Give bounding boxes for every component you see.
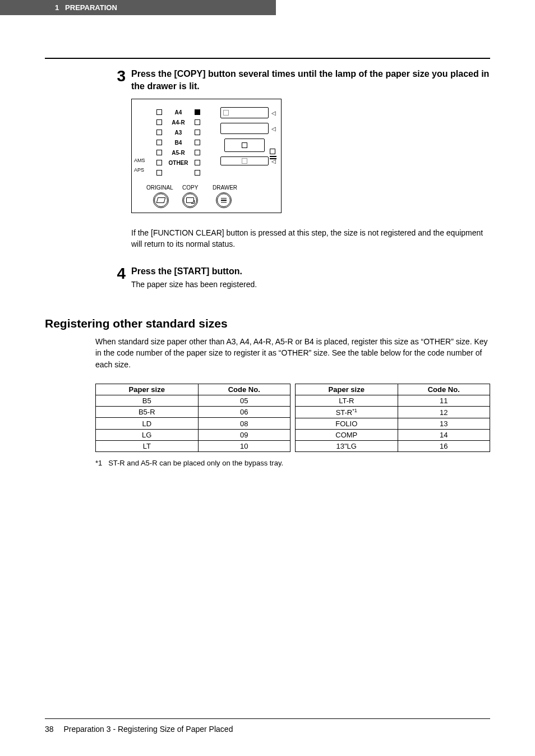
cell-code: 06	[198, 407, 290, 418]
step-3: 3 Press the [COPY] button several times …	[45, 68, 490, 92]
original-label: ORIGINAL	[146, 185, 182, 191]
code-table-right: Paper size Code No. LT-R11ST-R*112FOLIO1…	[295, 384, 490, 452]
step3-note: If the [FUNCTION CLEAR] button is presse…	[131, 228, 490, 250]
step-number: 3	[109, 68, 126, 85]
table-row: 13"LG16	[296, 441, 490, 452]
cell-size: COMP	[296, 430, 398, 441]
code-table-left: Paper size Code No. B505B5-R06LD08LG09LT…	[95, 384, 290, 452]
size-a4r: A4-R	[165, 119, 191, 126]
footnote-text: ST-R and A5-R can be placed only on the …	[108, 459, 283, 467]
copy-label: COPY	[182, 185, 213, 191]
table-row: LD08	[96, 418, 290, 429]
th-code: Code No.	[198, 384, 290, 395]
cell-size: FOLIO	[296, 418, 398, 430]
table-row: COMP14	[296, 430, 490, 441]
table-row: FOLIO13	[296, 418, 490, 430]
step-title: Press the [COPY] button several times un…	[131, 68, 490, 92]
step-title: Press the [START] button.	[131, 265, 257, 278]
cell-code: 16	[398, 441, 490, 452]
table-row: LG09	[96, 429, 290, 440]
aps-label: APS	[134, 167, 145, 173]
control-panel-diagram: A4 A4-R A3 B4 A5-R OTHER AMS APS ◁ ◁ ◁ O…	[131, 99, 282, 213]
cell-size: B5	[96, 395, 199, 406]
table-row: LT-R11	[296, 395, 490, 406]
section-intro: When standard size paper other than A3, …	[95, 336, 490, 370]
footer-text: Preparation 3 - Registering Size of Pape…	[63, 725, 233, 734]
th-size: Paper size	[296, 384, 398, 395]
cell-code: 09	[198, 429, 290, 440]
cell-size: LG	[96, 429, 199, 440]
table-row: B5-R06	[96, 407, 290, 418]
size-other: OTHER	[165, 160, 191, 166]
size-b4: B4	[165, 140, 191, 146]
code-tables: Paper size Code No. B505B5-R06LD08LG09LT…	[95, 384, 490, 452]
drawer-diagram: ◁ ◁ ◁	[220, 107, 276, 170]
page-footer: 38 Preparation 3 - Registering Size of P…	[45, 718, 490, 734]
size-a5r: A5-R	[165, 150, 191, 156]
chapter-number: 1	[55, 3, 59, 12]
cell-size: ST-R*1	[296, 406, 398, 418]
original-button-icon	[153, 192, 169, 208]
th-code: Code No.	[398, 384, 490, 395]
footnote: *1 ST-R and A5-R can be placed only on t…	[95, 459, 490, 467]
page-number: 38	[45, 725, 54, 734]
chapter-title: PREPARATION	[65, 3, 117, 12]
chapter-header: 1 PREPARATION	[0, 0, 276, 15]
size-a3: A3	[165, 130, 191, 136]
cell-size: LT	[96, 440, 199, 451]
cell-code: 11	[398, 395, 490, 406]
table-row: B505	[96, 395, 290, 406]
cell-code: 12	[398, 406, 490, 418]
ams-label: AMS	[134, 158, 145, 163]
copy-button-icon	[182, 192, 198, 208]
th-size: Paper size	[96, 384, 199, 395]
table-row: ST-R*112	[296, 406, 490, 418]
section-heading: Registering other standard sizes	[45, 317, 490, 330]
cell-size: 13"LG	[296, 441, 398, 452]
step4-body: The paper size has been registered.	[131, 280, 257, 289]
drawer-label: DRAWER	[213, 185, 246, 191]
cell-code: 05	[198, 395, 290, 406]
drawer-button-icon	[216, 192, 232, 208]
cell-size: B5-R	[96, 407, 199, 418]
size-a4: A4	[165, 109, 191, 116]
cell-size: LD	[96, 418, 199, 429]
cell-size: LT-R	[296, 395, 398, 406]
horizontal-rule	[45, 58, 490, 59]
step-number: 4	[109, 265, 126, 283]
step-4: 4 Press the [START] button. The paper si…	[45, 265, 490, 289]
footnote-mark: *1	[95, 459, 102, 467]
table-row: LT10	[96, 440, 290, 451]
cell-code: 10	[198, 440, 290, 451]
cell-code: 13	[398, 418, 490, 430]
cell-code: 08	[198, 418, 290, 429]
cell-code: 14	[398, 430, 490, 441]
